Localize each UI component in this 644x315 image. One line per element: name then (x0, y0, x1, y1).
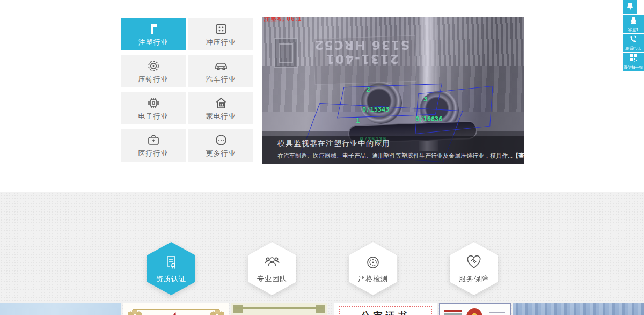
red-certificate-thumbnail[interactable]: 公审证书 (334, 303, 437, 315)
feature-qualification[interactable]: 资质认证 (147, 242, 195, 295)
bell-icon (626, 2, 634, 12)
gold-certificate-thumbnail[interactable] (123, 303, 229, 315)
page: 注塑行业 冲压行业 压铸行业 (0, 0, 644, 315)
feature-label: 严格检测 (358, 274, 388, 284)
document-text-line (444, 310, 462, 312)
border-ornament (316, 305, 325, 313)
certificate-title: 公审证书 (334, 310, 437, 315)
caption-summary: 在汽车制造、医疗器械、电子产品、通用塑件等塑胶件生产行业及金属压铸行业，模具作.… (277, 152, 513, 159)
gold-border-line (133, 309, 219, 310)
industry-tab-medical[interactable]: 医疗行业 (121, 129, 186, 162)
industry-tab-label: 注塑行业 (138, 38, 169, 47)
team-icon (264, 254, 281, 271)
sidebar-button-label: 联系电话 (626, 46, 641, 51)
customer-service-button[interactable]: 客服1 (623, 15, 644, 33)
wechat-qr-button[interactable]: 微信扫一扫 (623, 53, 644, 71)
lower-section-background (0, 192, 644, 315)
certificates-strip: 公审证书 (0, 303, 644, 315)
mold-monitor-photo[interactable]: 2131-401 S136 HRC52 2 0/15343 3 0/16836 … (262, 17, 524, 164)
region-id-label: 3 (423, 95, 428, 103)
caption-text: 在汽车制造、医疗器械、电子产品、通用塑件等塑胶件生产行业及金属压铸行业，模具作.… (277, 152, 509, 160)
border-line (235, 307, 323, 309)
industry-tab-label: 汽车行业 (206, 75, 236, 84)
medical-kit-icon (147, 133, 160, 148)
gauge-icon (365, 254, 381, 271)
industry-tab-label: 压铸行业 (138, 75, 169, 84)
injection-mold-icon (147, 21, 160, 36)
feature-label: 服务保障 (459, 274, 489, 284)
region-count-label: 0/15343 (362, 106, 390, 113)
certificate-icon (163, 254, 179, 271)
stamping-icon (214, 21, 228, 36)
national-emblem (466, 308, 482, 315)
qq-service-icon (630, 16, 638, 26)
industry-tab-appliance[interactable]: 家电行业 (188, 92, 253, 124)
industry-tab-die-casting[interactable]: 压铸行业 (121, 55, 186, 87)
industry-tab-injection[interactable]: 注塑行业 (121, 18, 186, 50)
phone-icon (630, 35, 638, 45)
document-text-line (489, 312, 505, 313)
city-buildings-texture (513, 303, 644, 315)
industry-tab-automotive[interactable]: 汽车行业 (188, 55, 253, 87)
region-count-label: 0/16836 (415, 115, 443, 123)
sidebar-button-label: 微信扫一扫 (624, 64, 643, 70)
sky-photo-thumbnail[interactable] (0, 303, 121, 315)
red-emblem-mark (169, 311, 178, 315)
border-ornament (233, 305, 243, 313)
industry-tab-electronics[interactable]: 电子行业 (121, 92, 186, 124)
appliance-home-icon (214, 96, 228, 111)
industry-grid: 注塑行业 冲压行业 压铸行业 (121, 18, 253, 162)
photo-caption-bar: 模具监视器在注塑行业中的应用 在汽车制造、医疗器械、电子产品、通用塑件等塑胶件生… (262, 136, 524, 164)
car-icon (214, 58, 229, 74)
caption-title: 模具监视器在注塑行业中的应用 (277, 139, 509, 149)
phone-contact-button[interactable]: 联系电话 (623, 34, 644, 52)
more-ellipsis-icon (214, 133, 228, 148)
feature-label: 资质认证 (156, 274, 186, 284)
view-details-link[interactable]: 【查看详情】 (513, 152, 524, 159)
industry-tab-label: 家电行业 (206, 112, 236, 121)
camera-osd-text: 注塑机 06:1 (264, 17, 302, 24)
city-photo-thumbnail[interactable] (513, 303, 644, 315)
contact-sidebar: 客服1 联系电话 微信扫一扫 (623, 15, 644, 71)
sidebar-button-label: 客服1 (628, 27, 638, 32)
industry-tab-label: 更多行业 (206, 149, 236, 158)
industry-tab-label: 冲压行业 (206, 38, 236, 47)
qrcode-icon (630, 54, 638, 64)
mold-stamp-mark (274, 38, 298, 68)
feature-inspection[interactable]: 严格检测 (349, 242, 397, 295)
national-emblem-certificate-thumbnail[interactable] (439, 303, 511, 315)
industry-tab-label: 医疗行业 (138, 149, 169, 158)
feature-service[interactable]: 服务保障 (450, 242, 498, 295)
die-casting-gear-icon (147, 58, 160, 74)
industry-tab-label: 电子行业 (138, 112, 169, 121)
handshake-heart-icon (466, 254, 482, 271)
region-id-label: 2 (366, 85, 370, 93)
gold-ornament (128, 305, 142, 315)
region-id-label: 1 (356, 116, 360, 124)
feature-label: 专业团队 (257, 274, 287, 284)
electronics-chip-icon (147, 96, 160, 111)
feature-team[interactable]: 专业团队 (248, 242, 296, 295)
mold-engraving-text: 2131-401 S136 HRC52 (300, 38, 423, 66)
industry-tab-stamping[interactable]: 冲压行业 (188, 18, 253, 50)
notification-mini-button[interactable] (623, 0, 637, 14)
gold-ornament (210, 305, 224, 315)
green-certificate-thumbnail[interactable] (231, 303, 327, 315)
industry-tab-more[interactable]: 更多行业 (188, 129, 253, 162)
